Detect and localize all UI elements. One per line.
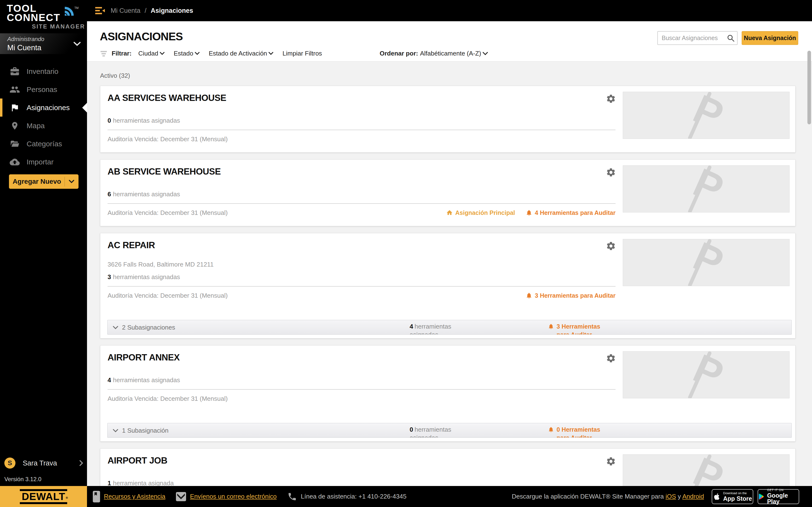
sidebar-item-label: Importar: [27, 158, 54, 166]
folder-icon: [9, 139, 20, 149]
logo-tagline: SITE MANAGER: [32, 23, 87, 30]
sort-label: Ordenar por:: [379, 50, 418, 57]
app-download-area: Descargue la aplicación DEWALT® Site Man…: [512, 489, 812, 504]
subassignments-toggle[interactable]: 1 Subasignación: [113, 423, 168, 438]
active-notch: [82, 103, 87, 113]
email-link[interactable]: Envíenos un correo electrónico: [190, 493, 276, 500]
audit-due-label: Auditoría Vencida: December 31 (Mensual): [108, 292, 227, 299]
sidebar-bottom: S Sara Trava Versión 3.12.0: [0, 457, 87, 483]
assignments-list: Activo (32) P AA SERVICES WAREHOUSE 0her…: [87, 62, 812, 486]
breadcrumb: Mi Cuenta / Asignaciones: [111, 7, 193, 14]
gear-icon[interactable]: [606, 241, 616, 251]
chevron-down-icon: [73, 42, 81, 46]
sidebar-item-label: Categorías: [27, 140, 62, 148]
gear-icon[interactable]: [606, 353, 616, 363]
chevron-down-icon: [113, 429, 118, 433]
add-new-label: Agregar Nuevo: [9, 178, 64, 185]
collapse-sidebar-icon[interactable]: [95, 6, 105, 15]
tools-to-audit-badge: 4 Herramientas para Auditar: [526, 209, 615, 216]
search-icon[interactable]: [727, 34, 735, 42]
gear-icon[interactable]: [606, 167, 616, 177]
filter-bar: Filtrar: Ciudad Estado Estado de Activac…: [101, 50, 322, 57]
audit-bell-icon: [548, 427, 554, 433]
logo-tm: TM: [74, 6, 79, 10]
divider: [108, 130, 615, 130]
support-phone: Línea de asistencia: +1 410-226-4345: [301, 493, 406, 500]
people-icon: [9, 84, 20, 95]
cloud-upload-icon: [9, 157, 20, 167]
search-input[interactable]: [657, 31, 738, 45]
chevron-down-icon: [195, 52, 200, 55]
flag-icon: [9, 103, 20, 113]
dewalt-logo-block: DEWALT®: [0, 486, 87, 507]
map-pin-icon: [9, 121, 20, 131]
chevron-down-icon: [113, 326, 118, 329]
clear-filters-link[interactable]: Limpiar Filtros: [283, 50, 322, 57]
account-switcher[interactable]: Administrando Mi Cuenta: [0, 33, 87, 54]
subassignments-row[interactable]: 2 Subasignaciones 4herramientas asignada…: [107, 320, 792, 335]
user-name: Sara Trava: [23, 459, 57, 467]
new-assignment-button[interactable]: Nueva Asignación: [742, 31, 798, 45]
filter-activation-state[interactable]: Estado de Activación: [209, 50, 273, 57]
assignment-card[interactable]: P AIRPORT ANNEX 4herramientas asignadas …: [100, 345, 796, 442]
assignment-card[interactable]: P AC REPAIR 3626 Falls Road, Baltimore M…: [100, 233, 796, 338]
sidebar-item-label: Inventario: [27, 67, 58, 75]
download-text: Descargue la aplicación DEWALT® Site Man…: [512, 493, 704, 500]
breadcrumb-separator: /: [145, 7, 147, 14]
image-placeholder: P: [623, 454, 790, 486]
user-menu[interactable]: S Sara Trava: [4, 457, 87, 469]
sort-control[interactable]: Ordenar por: Alfabéticamente (A-Z): [379, 50, 488, 57]
assignment-card[interactable]: P AIRPORT JOB 1herramienta asignada: [100, 448, 796, 486]
logo-line2: CONNECT: [7, 13, 60, 22]
google-play-badge[interactable]: GET IT ON Google Play: [758, 489, 799, 504]
avatar: S: [4, 457, 15, 469]
audit-bell-icon: [526, 292, 532, 299]
assignment-card[interactable]: P AB SERVICE WAREHOUSE 6herramientas asi…: [100, 159, 796, 226]
apple-icon: [713, 492, 721, 501]
subassignments-toggle[interactable]: 2 Subasignaciones: [113, 320, 175, 335]
chevron-down-icon: [268, 52, 273, 55]
sidebar-item-importar[interactable]: Importar: [0, 153, 87, 171]
tools-to-audit-badge: 3 Herramientas para Auditar: [526, 292, 615, 299]
phone-icon: [287, 492, 297, 501]
footer: DEWALT® Recursos y Asistencia Envíenos u…: [0, 486, 812, 507]
sidebar-item-inventario[interactable]: Inventario: [0, 62, 87, 80]
chevron-down-icon[interactable]: [65, 180, 78, 183]
app-store-badge[interactable]: Download on the App Store: [712, 489, 753, 504]
filter-state[interactable]: Estado: [174, 50, 200, 57]
divider: [108, 389, 615, 390]
gear-icon[interactable]: [606, 456, 616, 466]
add-new-button[interactable]: Agregar Nuevo: [9, 174, 79, 189]
filter-city[interactable]: Ciudad: [138, 50, 164, 57]
breadcrumb-parent[interactable]: Mi Cuenta: [111, 7, 140, 14]
ios-link[interactable]: iOS: [666, 493, 676, 500]
resources-link[interactable]: Recursos y Asistencia: [104, 493, 165, 500]
tools-assigned: 3herramientas asignadas: [108, 273, 615, 281]
subrow-audit-badge: 0 Herramientas para Auditar: [548, 426, 604, 438]
tools-assigned: 4herramientas asignadas: [108, 376, 615, 384]
sidebar-item-label: Asignaciones: [27, 104, 69, 112]
tools-assigned: 6herramientas asignadas: [108, 190, 615, 198]
scrollbar-thumb[interactable]: [807, 51, 811, 124]
subassignments-row[interactable]: 1 Subasignación 0herramientas asignadas …: [107, 423, 792, 438]
chevron-down-icon: [160, 52, 164, 55]
sidebar-item-personas[interactable]: Personas: [0, 80, 87, 99]
sidebar-item-mapa[interactable]: Mapa: [0, 117, 87, 135]
bookmark-icon: [93, 491, 100, 502]
sidebar-item-asignaciones[interactable]: Asignaciones: [0, 99, 87, 117]
account-name: Mi Cuenta: [7, 44, 81, 52]
filter-icon: [101, 50, 107, 57]
sidebar-nav: Inventario Personas Asignaciones: [0, 62, 87, 171]
assignment-card[interactable]: P AA SERVICES WAREHOUSE 0herramientas as…: [100, 86, 796, 153]
assignment-address: 3626 Falls Road, Baltimore MD 21211: [108, 261, 615, 268]
sidebar-item-categorias[interactable]: Categorías: [0, 135, 87, 153]
image-placeholder: P: [623, 351, 790, 398]
subrow-tools-assigned: 4herramientas asignadas: [410, 322, 452, 335]
assignment-name: AC REPAIR: [108, 240, 615, 250]
android-link[interactable]: Android: [682, 493, 704, 500]
search-box: [657, 31, 738, 45]
chevron-right-icon: [79, 460, 83, 466]
wifi-icon: [62, 5, 74, 17]
no-image-icon: P: [687, 351, 725, 398]
gear-icon[interactable]: [606, 94, 616, 104]
